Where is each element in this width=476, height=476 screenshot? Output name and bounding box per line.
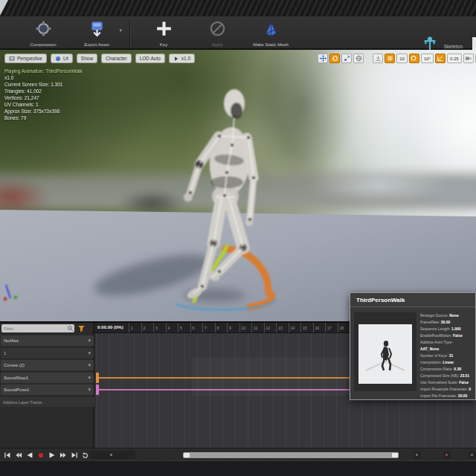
additive-layer-tracks-header[interactable]: Additive Layer Tracks [0,397,94,407]
window-corner-accent [0,0,8,16]
scale-icon [344,55,350,62]
apply-button[interactable]: Apply [190,19,244,47]
ruler-tick: 9 [227,323,228,333]
scrollbar-left-handle[interactable] [184,453,190,457]
filter-funnel-icon[interactable] [77,324,86,332]
scale-snap-icon [437,55,443,62]
step-forward-button[interactable] [58,450,68,460]
key-plus-icon [155,20,173,40]
play-reverse-icon [26,451,33,459]
asset-tooltip-thirdpersonwalk: ThirdPersonWalk Retarget Source: Non [350,292,476,400]
to-front-button[interactable] [2,450,12,460]
viewport-chip-lod[interactable]: LOD Auto [135,54,165,63]
skeleton-button-label: Skeleton [444,44,463,49]
playhead-time-display: 0:00.00 (0%) [97,325,123,329]
stats-line: UV Channels: 1 [4,101,83,108]
ruler-tick: 1 [129,323,129,333]
viewport-chip-show[interactable]: Show [77,54,97,63]
timeline-transport-bar [0,448,476,460]
key-button[interactable]: Key [137,19,190,47]
chevron-down-icon[interactable]: ▾ [88,375,91,381]
timeline-option-button[interactable] [443,451,451,459]
track-row-curves-2-[interactable]: Curves (2)▾ [1,360,94,370]
frame-marker-inset[interactable] [89,451,135,459]
make-static-mesh-button[interactable]: Make Static Mesh [244,19,298,47]
camera-icon [465,55,472,62]
track-search-input[interactable] [1,324,74,332]
viewport-view-options: PerspectiveLitShowCharacterLOD Autox1.0 [4,54,195,64]
lit-icon [55,56,61,62]
camera-speed-button[interactable] [463,54,474,63]
track-row-soundpose1[interactable]: SoundPose1▾ [1,385,94,395]
play-reverse-button[interactable] [25,450,34,460]
rotation-snap-button[interactable] [409,54,419,63]
track-row-1[interactable]: 1▾ [1,348,94,358]
compression-label: Compression [30,42,56,47]
scale-snap-value[interactable]: 0.25 [447,54,462,63]
timeline-track-outliner: Notifies▾1▾Curves (2)▾SoundStep1▾SoundPo… [0,323,94,448]
tool-gap [365,54,371,63]
lod-label: LOD Auto [140,56,161,61]
viewport-chip-character[interactable]: Character [101,54,132,63]
export-asset-label: Export Asset [84,42,109,47]
step-back-button[interactable] [13,450,23,460]
rotation-snap-icon [411,55,417,62]
viewport-transform-tools: 1010°0.254 [318,54,476,63]
play-button[interactable] [47,450,57,460]
reimport-button[interactable]: Reimport [0,19,16,47]
timeline-option-button[interactable] [414,451,421,459]
tooltip-row: Folder: /Game/Mannequin/Animations [420,399,472,400]
to-end-button[interactable] [69,450,79,460]
playback-speed-label: x1.0 [181,56,190,61]
tooltip-row: Compression Ratio: 0.38 [420,366,472,373]
export-asset-button[interactable]: Export Asset▾ [70,19,123,47]
record-button[interactable] [36,450,45,460]
tooltip-row: Import File Framerate: 30.00 [420,393,472,399]
asset-property-rows: Retarget Source: NoneFrameRate: 30.00Seq… [420,312,472,400]
tooltip-row: Compressed Size (KB): 23.51 [420,373,472,379]
track-row-soundstep1[interactable]: SoundStep1▾ [1,373,94,383]
timeline-zoom-scrollbar[interactable] [183,452,399,458]
search-icon [67,325,74,332]
tooltip-row: Number of Keys: 31 [420,353,472,359]
perspective-label: Perspective [17,56,42,61]
stats-line: Current Screen Size: 1.301 [4,81,83,88]
surface-snap-button[interactable] [373,54,383,63]
tooltip-row: EnableRootMotion: False [420,332,472,339]
tooltip-row: FrameRate: 30.00 [420,319,472,326]
main-toolbar: ReimportCompressionExport Asset▾KeyApply… [0,16,476,50]
rotation-snap-value[interactable]: 10° [421,54,434,63]
tooltip-row: Use Normalized Scale: False [420,379,472,386]
rotate-tool-button[interactable] [329,54,340,63]
translate-tool-button[interactable] [318,54,328,63]
viewport-chip-lit[interactable]: Lit [51,54,73,63]
step-forward-icon [60,451,67,459]
track-row-notifies[interactable]: Notifies▾ [1,335,94,346]
static-mesh-icon [263,20,280,40]
asset-thumbnail [358,324,412,384]
chevron-down-icon[interactable]: ▾ [119,28,122,33]
chevron-down-icon[interactable]: ▾ [88,338,91,344]
timeline-option-button[interactable] [469,451,476,459]
chevron-down-icon[interactable]: ▾ [88,362,91,368]
chevron-down-icon[interactable]: ▾ [88,387,91,393]
grid-snap-value[interactable]: 10 [396,54,408,63]
stats-line: Bones: 79 [4,115,83,121]
stats-line: Triangles: 41,002 [4,88,83,94]
chevron-down-icon[interactable]: ▾ [88,350,91,356]
viewport-chip-perspective[interactable]: Perspective [4,54,47,63]
grid-snap-icon [387,55,393,62]
scale-snap-button[interactable] [435,54,446,63]
coordinate-system-button[interactable] [353,54,364,63]
ruler-tick: 16 [313,323,314,333]
preview-viewport[interactable]: PerspectiveLitShowCharacterLOD Autox1.0 … [0,50,476,321]
ruler-tick: 17 [325,323,326,333]
apply-label: Apply [211,42,222,47]
show-label: Show [81,56,93,61]
viewport-chip-playback-speed[interactable]: x1.0 [169,54,195,63]
ruler-tick: 5 [178,323,178,333]
scrollbar-right-handle[interactable] [392,453,398,457]
scale-tool-button[interactable] [341,54,352,63]
grid-snap-button[interactable] [385,54,395,63]
compression-button[interactable]: Compression [16,19,70,47]
